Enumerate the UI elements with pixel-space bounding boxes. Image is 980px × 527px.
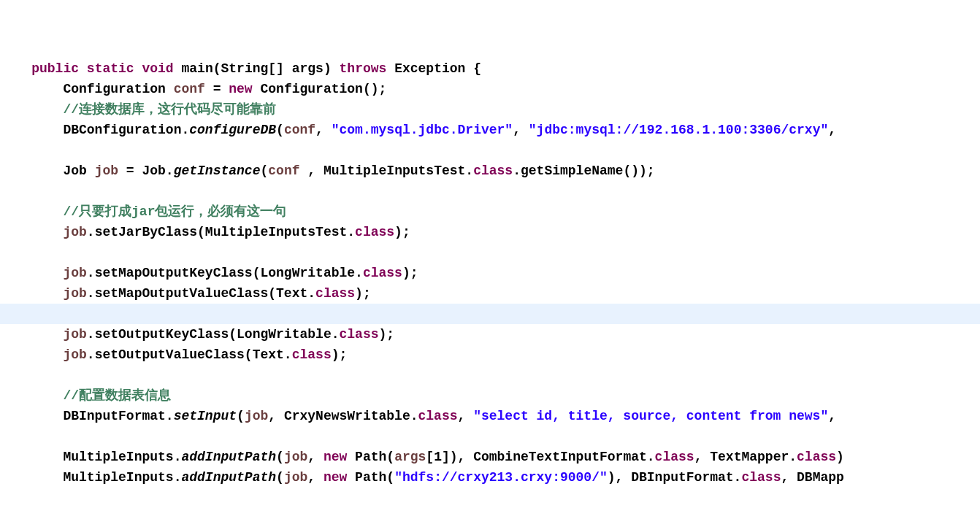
code-token: conf — [268, 164, 299, 178]
code-token: class — [363, 266, 402, 280]
code-token — [0, 143, 63, 158]
code-token: class — [339, 327, 378, 342]
code-token: args — [394, 450, 426, 464]
code-line[interactable]: MultipleInputs.addInputPath(job, new Pat… — [0, 467, 980, 488]
code-token: ); — [379, 327, 395, 342]
code-token — [0, 491, 63, 505]
code-token: job — [63, 266, 86, 280]
code-token: ( — [276, 470, 284, 485]
code-token: ); — [355, 286, 371, 301]
code-token — [0, 61, 31, 76]
code-line[interactable]: MultipleInputs.addInputPath(job, new Pat… — [0, 447, 980, 467]
code-token: , — [315, 123, 332, 137]
code-token: class — [418, 409, 458, 423]
code-token — [0, 225, 63, 239]
code-token — [0, 266, 63, 280]
code-token: new — [324, 450, 347, 464]
code-line[interactable]: job.setMapOutputKeyClass(LongWritable.cl… — [0, 263, 980, 283]
code-line[interactable] — [0, 426, 980, 447]
code-token: .setMapOutputKeyClass(LongWritable. — [87, 266, 363, 280]
code-token — [0, 204, 63, 219]
code-token: "hdfs://crxy213.crxy:9000/" — [394, 470, 608, 485]
code-token: , — [307, 470, 324, 485]
code-token: , DBMapp — [781, 470, 843, 485]
code-line[interactable] — [0, 365, 980, 385]
code-token: job — [63, 327, 86, 342]
code-token — [0, 245, 63, 260]
code-editor[interactable]: public static void main(String[] args) t… — [0, 58, 980, 527]
code-line[interactable]: job.setOutputValueClass(Text.class); — [0, 345, 980, 365]
code-token: conf — [284, 123, 315, 137]
code-token: ); — [332, 347, 348, 362]
code-token: ( — [276, 450, 284, 464]
code-token: configureDB — [189, 123, 276, 137]
code-line[interactable]: Job job = Job.getInstance(conf , Multipl… — [0, 161, 980, 181]
code-line[interactable]: job.setJarByClass(MultipleInputsTest.cla… — [0, 222, 980, 242]
code-token — [0, 429, 63, 444]
code-token: class — [355, 225, 394, 239]
code-token: void — [142, 61, 173, 76]
code-line[interactable] — [0, 181, 980, 201]
code-token: main(String[] args) — [174, 61, 340, 76]
code-line[interactable] — [0, 508, 980, 527]
code-token: setInput — [174, 409, 237, 423]
code-line[interactable]: //配置数据表信息 — [0, 385, 980, 406]
code-token: static — [87, 61, 134, 76]
code-token: , — [828, 123, 836, 137]
code-line[interactable]: public static void main(String[] args) t… — [0, 58, 980, 79]
code-token: , CrxyNewsWritable. — [268, 409, 418, 423]
code-token: , — [307, 450, 324, 464]
code-line[interactable] — [0, 304, 980, 324]
code-line[interactable] — [0, 488, 980, 508]
code-token: job — [284, 470, 307, 485]
code-line[interactable] — [0, 140, 980, 161]
code-token: , — [513, 123, 529, 137]
code-token: [1]), CombineTextInputFormat. — [426, 450, 654, 464]
code-token: job — [95, 164, 118, 178]
code-line[interactable]: job.setOutputKeyClass(LongWritable.class… — [0, 324, 980, 345]
code-token: //只要打成jar包运行，必须有这一句 — [63, 204, 286, 219]
code-line[interactable]: //只要打成jar包运行，必须有这一句 — [0, 201, 980, 222]
code-token: Path( — [347, 470, 394, 485]
code-token: , TextMapper. — [694, 450, 797, 464]
code-token: Configuration — [0, 82, 174, 96]
code-token: .setOutputValueClass(Text. — [87, 347, 292, 362]
code-token: public — [31, 61, 79, 76]
code-token: DBInputFormat. — [0, 409, 174, 423]
code-token — [0, 511, 63, 526]
code-token: //连接数据库，这行代码尽可能靠前 — [63, 102, 276, 117]
code-token: addInputPath — [181, 450, 276, 464]
code-token: DBConfiguration. — [0, 123, 189, 137]
code-token: MultipleInputs. — [0, 470, 181, 485]
code-token: class — [292, 347, 332, 362]
code-token: "com.mysql.jdbc.Driver" — [332, 123, 513, 137]
code-token: , — [458, 409, 474, 423]
code-token — [0, 102, 63, 117]
code-token: .setMapOutputValueClass(Text. — [87, 286, 315, 301]
code-token: ( — [276, 123, 284, 137]
code-line[interactable]: Configuration conf = new Configuration()… — [0, 79, 980, 99]
code-token: new — [324, 470, 347, 485]
code-line[interactable]: DBConfiguration.configureDB(conf, "com.m… — [0, 120, 980, 140]
code-token: , MultipleInputsTest. — [300, 164, 474, 178]
code-token: ); — [402, 266, 418, 280]
code-token — [0, 388, 63, 403]
code-token: class — [473, 164, 513, 178]
code-token: .getSimpleName()); — [513, 164, 654, 178]
code-line[interactable]: //连接数据库，这行代码尽可能靠前 — [0, 99, 980, 120]
code-token: Exception { — [386, 61, 481, 76]
code-token: addInputPath — [181, 470, 276, 485]
code-token: job — [63, 347, 86, 362]
code-token: conf — [174, 82, 205, 96]
code-token: ) — [836, 450, 844, 464]
code-line[interactable] — [0, 242, 980, 263]
code-token: class — [797, 450, 836, 464]
code-token: job — [63, 286, 86, 301]
code-token: ( — [237, 409, 245, 423]
code-line[interactable]: job.setMapOutputValueClass(Text.class); — [0, 283, 980, 304]
code-token: , — [828, 409, 836, 423]
code-token: new — [229, 82, 252, 96]
code-token: ); — [394, 225, 410, 239]
code-line[interactable]: DBInputFormat.setInput(job, CrxyNewsWrit… — [0, 406, 980, 426]
code-token: Path( — [347, 450, 394, 464]
